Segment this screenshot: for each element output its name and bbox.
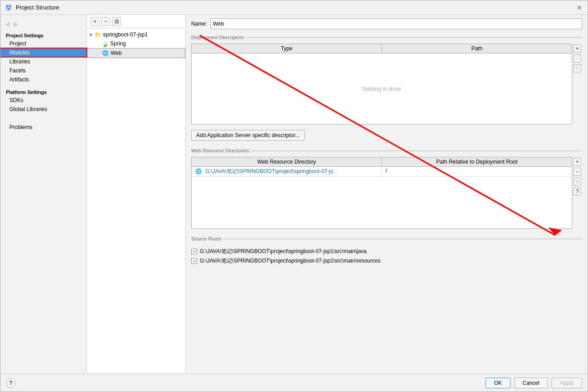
title-bar: Project Structure ✕	[0, 0, 588, 15]
add-app-server-descriptor-button[interactable]: Add Application Server specific descript…	[191, 130, 305, 141]
name-field-row: Name:	[191, 18, 582, 29]
web-resource-dir-col: Web Resource Directory	[192, 157, 382, 166]
source-root-row-0: ✓ G:\JAVA\笔记\SPRINGBOOT\project\springbo…	[191, 247, 582, 256]
wr-remove-button[interactable]: −	[573, 168, 581, 176]
left-panel: ◀ ▶ Project Settings Project Modules Lib…	[0, 15, 87, 374]
apply-button[interactable]: Apply	[552, 378, 582, 388]
dd-add-button[interactable]: +	[573, 45, 581, 53]
sidebar-item-modules[interactable]: Modules	[0, 48, 86, 57]
path-column-header: Path	[382, 44, 572, 53]
wr-add-button[interactable]: +	[573, 158, 581, 166]
web-resource-panel: Web Resource Directory Path Relative to …	[191, 157, 582, 229]
tree-web-label: Web	[111, 50, 121, 56]
web-resource-dir-cell: 🌐 G:\JAVA\笔记\SPRINGBOOT\project\springbo…	[192, 167, 382, 176]
title-bar-left: Project Structure	[5, 4, 59, 11]
source-root-path-0: G:\JAVA\笔记\SPRINGBOOT\project\springboot…	[200, 248, 367, 255]
tree-item-web[interactable]: 🌐 Web	[87, 48, 185, 58]
tree-item-spring[interactable]: 🍃 Spring	[87, 39, 185, 48]
bottom-bar: ? OK Cancel Apply	[0, 374, 588, 392]
source-root-row-1: ✓ G:\JAVA\笔记\SPRINGBOOT\project\springbo…	[191, 256, 582, 266]
type-column-header: Type	[192, 44, 382, 53]
web-resource-path-cell: /	[382, 167, 572, 176]
platform-settings-label: Platform Settings	[0, 88, 86, 96]
source-root-checkbox-1[interactable]: ✓	[191, 258, 197, 264]
svg-rect-1	[6, 5, 8, 7]
web-resource-path-col: Path Relative to Deployment Root	[382, 157, 572, 166]
name-input[interactable]	[211, 18, 582, 29]
deployment-descriptor-side-buttons: + − ✎	[572, 44, 582, 125]
copy-module-button[interactable]: ⧉	[112, 17, 121, 26]
web-resource-table-header: Web Resource Directory Path Relative to …	[192, 157, 572, 167]
sidebar-item-facets[interactable]: Facets	[0, 66, 86, 75]
svg-rect-3	[8, 8, 9, 10]
deployment-descriptors-empty: Nothing to show	[192, 53, 572, 124]
sidebar-item-global-libraries[interactable]: Global Libraries	[0, 105, 86, 114]
project-structure-icon	[5, 4, 12, 11]
remove-module-button[interactable]: −	[101, 17, 110, 26]
nav-arrows: ◀ ▶	[0, 18, 86, 27]
tree-toolbar: + − ⧉	[87, 15, 185, 28]
project-structure-dialog: Project Structure ✕ ◀ ▶ Project Settings…	[0, 0, 588, 392]
source-root-checkbox-0[interactable]: ✓	[191, 249, 197, 254]
deployment-descriptors-panel: Type Path Nothing to show + − ✎	[191, 44, 582, 125]
source-roots-header: Source Roots	[191, 236, 582, 241]
deployment-descriptors-table-header: Type Path	[192, 44, 572, 53]
add-module-button[interactable]: +	[90, 17, 99, 26]
sidebar-item-sdks[interactable]: SDKs	[0, 96, 86, 105]
web-resource-row-0[interactable]: 🌐 G:\JAVA\笔记\SPRINGBOOT\project\springbo…	[192, 167, 572, 177]
folder-icon: 📁	[94, 31, 101, 38]
tree-spring-label: Spring	[110, 40, 126, 47]
bottom-left: ?	[6, 378, 16, 388]
tree-item-root[interactable]: ▼ 📁 springboot-07-jsp1	[87, 30, 185, 39]
web-resource-table: Web Resource Directory Path Relative to …	[191, 157, 572, 229]
wr-help-button[interactable]: ?	[573, 187, 581, 196]
web-resource-dir-icon: 🌐	[195, 168, 202, 174]
close-button[interactable]: ✕	[576, 4, 583, 11]
deployment-descriptors-table: Type Path Nothing to show	[191, 44, 572, 125]
project-settings-label: Project Settings	[0, 31, 86, 39]
help-button[interactable]: ?	[6, 378, 16, 388]
back-button[interactable]: ◀	[4, 20, 11, 27]
svg-rect-2	[9, 5, 11, 7]
source-roots-section: ✓ G:\JAVA\笔记\SPRINGBOOT\project\springbo…	[191, 247, 582, 266]
module-tree-panel: + − ⧉ ▼ 📁 springboot-07-jsp1 🍃 Spring	[87, 15, 186, 374]
sidebar-item-libraries[interactable]: Libraries	[0, 57, 86, 66]
right-panel: Name: Deployment Descriptors Type Path	[186, 15, 588, 374]
spring-icon: 🍃	[101, 40, 108, 47]
dialog-title: Project Structure	[16, 4, 59, 11]
right-panel-inner: Name: Deployment Descriptors Type Path	[186, 15, 588, 374]
sidebar-item-problems[interactable]: Problems	[0, 123, 86, 132]
web-resource-side-buttons: + − ✎ ?	[572, 157, 582, 229]
ok-button[interactable]: OK	[485, 378, 510, 388]
dd-edit-button[interactable]: ✎	[573, 64, 581, 72]
web-icon: 🌐	[102, 49, 109, 57]
cancel-button[interactable]: Cancel	[514, 378, 548, 388]
bottom-right: OK Cancel Apply	[485, 378, 582, 388]
add-descriptor-btn-wrapper: Add Application Server specific descript…	[191, 128, 582, 141]
module-tree: ▼ 📁 springboot-07-jsp1 🍃 Spring 🌐 Web	[87, 28, 185, 374]
sidebar-item-artifacts[interactable]: Artifacts	[0, 75, 86, 84]
source-root-path-1: G:\JAVA\笔记\SPRINGBOOT\project\springboot…	[200, 257, 381, 265]
deployment-descriptors-header: Deployment Descriptors	[191, 35, 582, 40]
sidebar-item-project[interactable]: Project	[0, 39, 86, 48]
web-resource-header: Web Resource Directories	[191, 148, 582, 153]
forward-button[interactable]: ▶	[13, 20, 19, 27]
dd-remove-button[interactable]: −	[573, 54, 581, 62]
wr-edit-button[interactable]: ✎	[573, 178, 581, 186]
main-content: ◀ ▶ Project Settings Project Modules Lib…	[0, 15, 588, 374]
tree-root-label: springboot-07-jsp1	[103, 31, 148, 38]
name-label: Name:	[191, 21, 207, 27]
